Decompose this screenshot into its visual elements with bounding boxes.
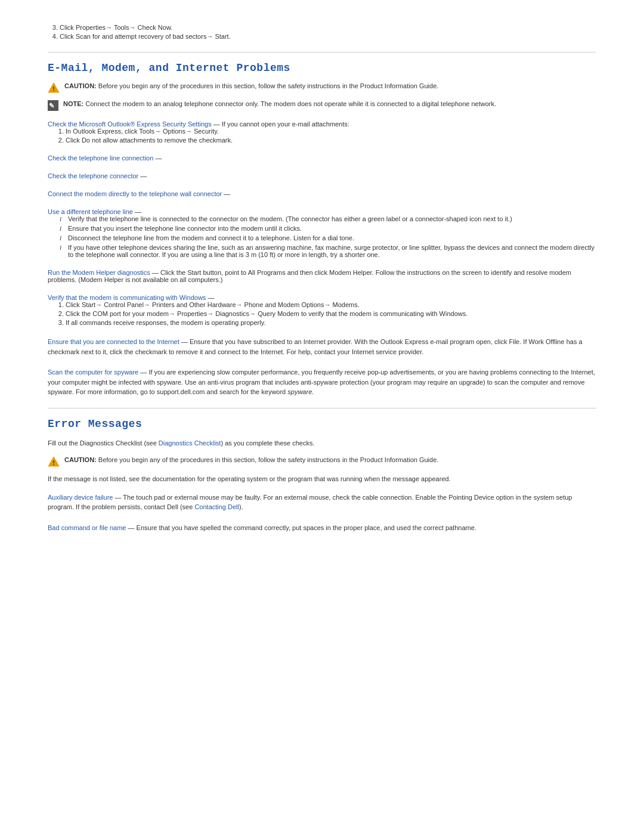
modem-direct-section: Connect the modem directly to the teleph… [48,190,596,197]
modem-helper-link-line: Run the Modem Helper diagnostics — Click… [48,269,596,283]
ensure-internet-section: Ensure that you are connected to the Int… [48,337,596,357]
error-caution-text: CAUTION: Before you begin any of the pro… [64,456,438,463]
scan-spyware-paragraph: Scan the computer for spyware — If you a… [48,367,596,397]
telephone-connector-link[interactable]: Check the telephone connector [48,172,138,179]
telephone-connector-link-line: Check the telephone connector — [48,172,596,179]
email-note: ✎ NOTE: Connect the modem to an analog t… [48,100,596,112]
outlook-step-1: In Outlook Express, click Tools→ Options… [66,128,596,135]
different-line-bullets: Verify that the telephone line is connec… [48,215,596,258]
telephone-connector-section: Check the telephone connector — [48,172,596,179]
telephone-line-link-line: Check the telephone line connection — [48,154,596,162]
error-section: Error Messages Fill out the Diagnostics … [48,418,596,533]
email-section: E-Mail, Modem, and Internet Problems ! C… [48,62,596,397]
note-icon: ✎ [48,100,58,112]
caution-triangle-icon: ! [48,82,60,94]
svg-text:!: ! [52,459,55,466]
email-note-text: NOTE: Connect the modem to an analog tel… [63,100,496,107]
top-numbered-list: Click Properties→ Tools→ Check Now. Clic… [48,24,596,40]
verify-modem-steps-list: Click Start→ Control Panel→ Printers and… [48,301,596,326]
bad-command-paragraph: Bad command or file name — Ensure that y… [48,523,596,533]
ensure-internet-link[interactable]: Ensure that you are connected to the Int… [48,338,179,345]
not-listed-paragraph: If the message is not listed, see the do… [48,474,596,484]
different-line-link[interactable]: Use a different telephone line [48,208,133,215]
outlook-step-2: Click Do not allow attachments to remove… [66,137,596,144]
error-section-title: Error Messages [48,418,596,430]
diagnostics-checklist-link[interactable]: Diagnostics Checklist [159,439,221,447]
error-intro-paragraph: Fill out the Diagnostics Checklist (see … [48,438,596,448]
modem-direct-link-line: Connect the modem directly to the teleph… [48,190,596,197]
auxiliary-link[interactable]: Auxiliary device failure [48,494,113,501]
email-section-title: E-Mail, Modem, and Internet Problems [48,62,596,74]
verify-modem-link-line: Verify that the modem is communicating w… [48,294,596,301]
email-caution: ! CAUTION: Before you begin any of the p… [48,82,596,94]
modem-direct-link[interactable]: Connect the modem directly to the teleph… [48,190,222,197]
modem-helper-link[interactable]: Run the Modem Helper diagnostics [48,269,150,276]
scan-spyware-section: Scan the computer for spyware — If you a… [48,367,596,397]
outlook-steps-list: In Outlook Express, click Tools→ Options… [48,128,596,144]
bad-command-link[interactable]: Bad command or file name [48,524,126,531]
bad-command-section: Bad command or file name — Ensure that y… [48,523,596,533]
contacting-dell-link[interactable]: Contacting Dell [194,503,239,510]
auxiliary-section: Auxiliary device failure — The touch pad… [48,493,596,512]
svg-text:!: ! [52,85,55,92]
error-caution: ! CAUTION: Before you begin any of the p… [48,456,596,468]
different-line-bullet-1: Verify that the telephone line is connec… [60,215,596,222]
different-line-bullet-2: Ensure that you insert the telephone lin… [60,225,596,232]
scan-spyware-link[interactable]: Scan the computer for spyware [48,368,138,376]
verify-modem-step-3: If all commands receive responses, the m… [66,319,596,326]
verify-modem-section: Verify that the modem is communicating w… [48,294,596,326]
error-caution-triangle-icon: ! [48,456,60,468]
middle-divider [48,408,596,408]
email-caution-text: CAUTION: Before you begin any of the pro… [64,82,438,89]
top-list-item-4: Click Scan for and attempt recovery of b… [60,33,596,40]
scan-spyware-italic: spyware. [287,388,314,395]
svg-text:✎: ✎ [49,102,54,109]
verify-modem-step-2: Click the COM port for your modem→ Prope… [66,310,596,317]
different-line-bullet-4: If you have other telephone devices shar… [60,244,596,258]
telephone-line-link[interactable]: Check the telephone line connection [48,154,153,162]
outlook-express-link[interactable]: Check the Microsoft Outlook® Express Sec… [48,120,212,128]
top-divider [48,52,596,52]
modem-helper-section: Run the Modem Helper diagnostics — Click… [48,269,596,283]
ensure-internet-paragraph: Ensure that you are connected to the Int… [48,337,596,357]
telephone-line-section: Check the telephone line connection — [48,154,596,162]
outlook-express-section: Check the Microsoft Outlook® Express Sec… [48,120,596,144]
auxiliary-paragraph: Auxiliary device failure — The touch pad… [48,493,596,512]
verify-modem-link[interactable]: Verify that the modem is communicating w… [48,294,206,301]
different-line-bullet-3: Disconnect the telephone line from the m… [60,234,596,241]
different-line-section: Use a different telephone line — Verify … [48,208,596,258]
different-line-link-line: Use a different telephone line — [48,208,596,215]
outlook-express-link-line: Check the Microsoft Outlook® Express Sec… [48,120,596,128]
verify-modem-step-1: Click Start→ Control Panel→ Printers and… [66,301,596,308]
top-list-item-3: Click Properties→ Tools→ Check Now. [60,24,596,31]
